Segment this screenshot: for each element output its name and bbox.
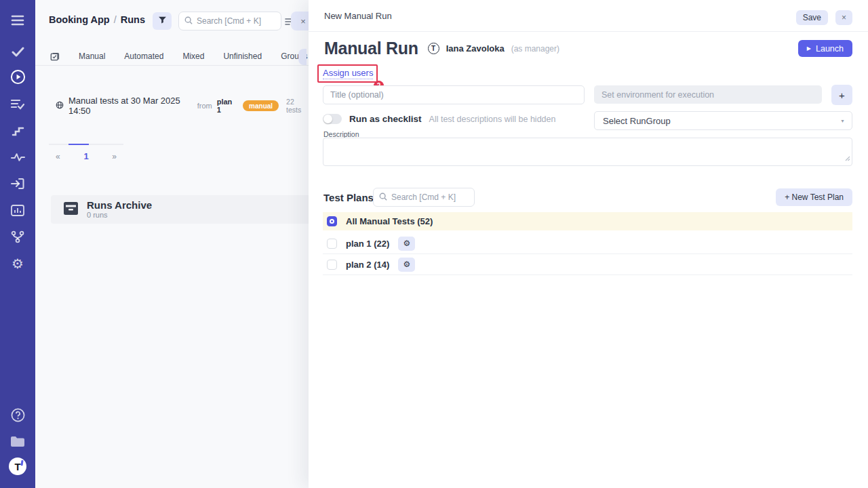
run-title-input[interactable] bbox=[323, 85, 585, 104]
pagination-prev-button[interactable]: « bbox=[56, 152, 60, 161]
runs-archive-row[interactable]: Runs Archive 0 runs bbox=[51, 195, 309, 224]
list-check-icon[interactable] bbox=[0, 96, 35, 112]
search-input[interactable] bbox=[197, 16, 275, 26]
activity-icon[interactable] bbox=[0, 149, 35, 165]
page-title: Manual Run bbox=[324, 39, 418, 58]
test-plan-label: plan 1 (22) bbox=[346, 239, 389, 249]
run-from-label: from bbox=[197, 102, 212, 110]
pagination-active-indicator bbox=[68, 144, 89, 145]
archive-box-icon bbox=[63, 201, 79, 218]
owner-role: (as manager) bbox=[511, 44, 559, 54]
test-plans-list: All Manual Tests (52) plan 1 (22) ⚙ plan… bbox=[323, 212, 852, 275]
search-icon bbox=[184, 15, 193, 27]
select-all-icon[interactable] bbox=[50, 52, 60, 61]
tab-unfinished[interactable]: Unfinished bbox=[223, 52, 262, 61]
rungroup-select[interactable]: Select RunGroup ▼ bbox=[594, 111, 852, 130]
test-plans-heading: Test Plans bbox=[323, 192, 374, 203]
logo-accent bbox=[20, 460, 23, 466]
new-test-plan-button[interactable]: + New Test Plan bbox=[776, 188, 852, 206]
plan-settings-button[interactable]: ⚙ bbox=[398, 237, 415, 251]
sidebar: ⚙ T bbox=[0, 0, 35, 488]
archive-title: Runs Archive bbox=[87, 200, 152, 211]
pagination-next-button[interactable]: » bbox=[112, 152, 117, 161]
manual-badge: manual bbox=[243, 100, 279, 111]
pagination: « 1 » bbox=[49, 144, 123, 161]
avatar: T bbox=[428, 43, 439, 54]
bar-chart-icon[interactable] bbox=[0, 202, 35, 218]
chevron-down-icon: ▼ bbox=[840, 119, 845, 123]
tabs-edge-pill[interactable] bbox=[298, 49, 307, 65]
modal-title: New Manual Run bbox=[324, 11, 392, 21]
gear-icon: ⚙ bbox=[403, 239, 410, 248]
rungroup-value: Select RunGroup bbox=[603, 116, 671, 126]
funnel-icon bbox=[158, 16, 167, 26]
run-plan-name: plan 1 bbox=[217, 98, 236, 114]
search-icon bbox=[379, 191, 387, 203]
logo-circle: T bbox=[9, 458, 26, 475]
save-button[interactable]: Save bbox=[796, 10, 828, 25]
modal-header: New Manual Run Save × bbox=[309, 0, 868, 32]
breadcrumb: Booking App / Runs bbox=[49, 14, 145, 25]
sign-in-icon[interactable] bbox=[0, 176, 35, 192]
toggle-knob bbox=[323, 115, 332, 123]
run-tests-count: 22 tests bbox=[286, 98, 309, 114]
check-icon[interactable] bbox=[0, 43, 35, 60]
globe-icon bbox=[56, 100, 64, 112]
close-icon[interactable]: × bbox=[835, 10, 852, 25]
runs-list-panel: Booking App / Runs × Manual Automated M bbox=[35, 0, 309, 488]
steps-icon[interactable] bbox=[0, 123, 35, 139]
test-plan-row-plan-1[interactable]: plan 1 (22) ⚙ bbox=[323, 233, 852, 254]
pagination-track bbox=[49, 144, 123, 145]
launch-label: Launch bbox=[816, 44, 844, 54]
description-textarea[interactable] bbox=[323, 138, 852, 166]
filter-button[interactable] bbox=[153, 12, 172, 30]
test-plans-search-input[interactable] bbox=[391, 192, 469, 202]
test-plan-row-all-manual[interactable]: All Manual Tests (52) bbox=[323, 212, 852, 230]
checkbox-checked[interactable] bbox=[327, 216, 337, 226]
gear-icon[interactable]: ⚙ bbox=[0, 256, 35, 272]
play-circle-icon[interactable] bbox=[0, 68, 35, 85]
checklist-hint: All test descriptions will be hidden bbox=[429, 115, 556, 124]
pagination-page-1[interactable]: 1 bbox=[83, 151, 88, 161]
folder-icon[interactable] bbox=[0, 433, 35, 449]
hamburger-menu-icon[interactable] bbox=[0, 12, 35, 28]
environment-input[interactable] bbox=[594, 85, 822, 104]
logo-letter: T bbox=[14, 462, 20, 472]
owner-name: Iana Zavoloka bbox=[446, 43, 505, 54]
app-screen: ⚙ T Booking App / Runs bbox=[0, 0, 868, 488]
plan-settings-button[interactable]: ⚙ bbox=[398, 258, 415, 272]
checklist-row: Run as checklist All test descriptions w… bbox=[323, 114, 555, 124]
play-icon: ▶ bbox=[807, 46, 811, 52]
runs-search bbox=[178, 12, 281, 30]
run-as-checklist-toggle[interactable] bbox=[323, 114, 342, 124]
test-plans-search bbox=[373, 188, 475, 207]
launch-button[interactable]: ▶ Launch bbox=[798, 40, 852, 57]
archive-count: 0 runs bbox=[87, 211, 152, 219]
test-plan-label: plan 2 (14) bbox=[346, 260, 389, 270]
breadcrumb-separator: / bbox=[114, 14, 117, 25]
checkbox-unchecked[interactable] bbox=[327, 260, 337, 270]
checkbox-ring bbox=[330, 219, 334, 224]
add-environment-button[interactable]: + bbox=[831, 85, 852, 105]
git-branch-icon[interactable] bbox=[0, 228, 35, 245]
test-plan-row-plan-2[interactable]: plan 2 (14) ⚙ bbox=[323, 254, 852, 275]
run-list-item[interactable]: Manual tests at 30 Mar 2025 14:50 from p… bbox=[56, 96, 309, 116]
checklist-label: Run as checklist bbox=[349, 114, 422, 124]
tab-manual[interactable]: Manual bbox=[79, 52, 105, 61]
new-manual-run-modal: New Manual Run Save × Manual Run T Iana … bbox=[309, 0, 868, 488]
help-circle-icon[interactable] bbox=[0, 407, 35, 423]
assign-users-link[interactable]: Assign users bbox=[323, 68, 373, 79]
breadcrumb-current: Runs bbox=[121, 14, 145, 25]
gear-icon: ⚙ bbox=[403, 260, 410, 269]
run-heading-row: Manual Run T Iana Zavoloka (as manager) bbox=[324, 39, 559, 58]
tab-automated[interactable]: Automated bbox=[124, 52, 163, 61]
checkbox-unchecked[interactable] bbox=[327, 239, 337, 249]
run-title: Manual tests at 30 Mar 2025 14:50 bbox=[68, 96, 191, 116]
resize-handle-icon[interactable] bbox=[844, 152, 850, 164]
test-plan-label: All Manual Tests (52) bbox=[346, 216, 433, 226]
tab-mixed[interactable]: Mixed bbox=[182, 52, 204, 61]
breadcrumb-project[interactable]: Booking App bbox=[49, 14, 110, 25]
app-logo[interactable]: T bbox=[0, 458, 35, 474]
runs-tabs: Manual Automated Mixed Unfinished Groups bbox=[35, 47, 309, 66]
